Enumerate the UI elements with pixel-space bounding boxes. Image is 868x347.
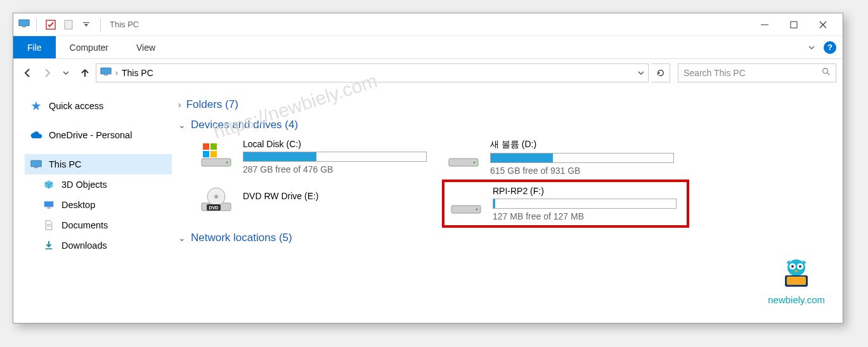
drive-icon xyxy=(448,186,484,218)
download-icon xyxy=(42,239,55,252)
tab-computer[interactable]: Computer xyxy=(56,36,122,58)
drive-free-text: 287 GB free of 476 GB xyxy=(243,164,438,174)
window-title: This PC xyxy=(110,20,139,29)
brand-logo: newbiely.com xyxy=(768,256,825,305)
chevron-down-icon: ⌄ xyxy=(178,120,186,130)
svg-rect-20 xyxy=(211,143,217,150)
capacity-bar xyxy=(490,153,674,163)
forward-button[interactable] xyxy=(39,65,55,81)
search-icon xyxy=(822,67,831,79)
sidebar-documents[interactable]: Documents xyxy=(25,215,172,235)
svg-rect-12 xyxy=(44,201,53,207)
sidebar-onedrive[interactable]: OneDrive - Personal xyxy=(25,125,172,145)
refresh-button[interactable] xyxy=(651,63,670,82)
brand-text: newbiely.com xyxy=(768,294,825,305)
svg-rect-10 xyxy=(31,160,42,167)
search-box[interactable] xyxy=(678,63,836,82)
title-bar: This PC xyxy=(13,13,843,36)
monitor-icon xyxy=(30,158,42,171)
svg-rect-3 xyxy=(65,20,72,29)
up-button[interactable] xyxy=(77,65,93,81)
svg-rect-7 xyxy=(101,68,112,74)
svg-rect-13 xyxy=(48,207,51,209)
capacity-bar xyxy=(493,199,677,209)
qat-dropdown-button[interactable] xyxy=(79,17,94,32)
drive-name: DVD RW Drive (E:) xyxy=(243,191,438,201)
this-pc-icon xyxy=(100,67,112,79)
star-icon xyxy=(30,100,42,112)
document-icon xyxy=(42,219,55,232)
svg-point-35 xyxy=(791,265,794,268)
group-label: Devices and drives (4) xyxy=(191,119,298,131)
drive-e[interactable]: DVD DVD RW Drive (E:) xyxy=(195,180,442,228)
tab-view[interactable]: View xyxy=(122,36,169,58)
svg-rect-14 xyxy=(47,224,51,225)
desktop-icon xyxy=(42,199,55,211)
address-dropdown-button[interactable] xyxy=(638,67,644,79)
svg-rect-16 xyxy=(46,248,53,249)
svg-point-18 xyxy=(226,162,228,164)
sidebar-desktop[interactable]: Desktop xyxy=(25,195,172,215)
address-bar[interactable]: › This PC xyxy=(96,63,649,82)
close-button[interactable] xyxy=(808,15,838,35)
svg-rect-19 xyxy=(203,143,209,150)
svg-rect-1 xyxy=(22,26,26,27)
drive-c[interactable]: Local Disk (C:) 287 GB free of 476 GB xyxy=(195,135,442,180)
app-icon xyxy=(18,19,30,30)
drive-icon xyxy=(198,139,234,171)
sidebar-downloads[interactable]: Downloads xyxy=(25,235,172,256)
maximize-button[interactable] xyxy=(779,15,808,35)
sidebar-item-label: 3D Objects xyxy=(62,180,107,190)
svg-point-36 xyxy=(799,265,801,268)
help-button[interactable]: ? xyxy=(824,41,836,54)
svg-rect-11 xyxy=(34,167,38,169)
svg-rect-5 xyxy=(761,24,768,25)
svg-rect-21 xyxy=(203,151,209,157)
recent-locations-button[interactable] xyxy=(58,65,74,81)
drive-name: RPI-RP2 (F:) xyxy=(493,186,683,196)
file-explorer-window: This PC File Computer View ? xyxy=(13,13,843,324)
dvd-drive-icon: DVD xyxy=(198,183,234,215)
properties-qat-button[interactable] xyxy=(43,17,58,32)
sidebar-item-label: Downloads xyxy=(62,240,107,251)
svg-rect-6 xyxy=(791,22,797,28)
drive-name: 새 볼륨 (D:) xyxy=(490,139,685,150)
svg-point-24 xyxy=(474,162,476,164)
drive-icon xyxy=(446,139,481,171)
drive-name: Local Disk (C:) xyxy=(243,139,438,149)
sidebar-quick-access[interactable]: Quick access xyxy=(25,96,172,116)
svg-rect-38 xyxy=(787,277,806,285)
sidebar-item-label: Documents xyxy=(62,220,108,230)
group-folders[interactable]: › Folders (7) xyxy=(178,95,836,115)
sidebar-item-label: Desktop xyxy=(62,200,95,210)
svg-point-9 xyxy=(823,69,828,74)
svg-rect-8 xyxy=(104,75,108,76)
svg-rect-15 xyxy=(47,226,51,226)
search-input[interactable] xyxy=(683,68,822,78)
svg-rect-4 xyxy=(83,22,89,23)
breadcrumb-current[interactable]: This PC xyxy=(122,68,153,78)
sidebar-item-label: OneDrive - Personal xyxy=(49,130,132,140)
capacity-bar xyxy=(243,152,427,162)
drive-d[interactable]: 새 볼륨 (D:) 615 GB free of 931 GB xyxy=(442,135,689,180)
sidebar-item-label: Quick access xyxy=(49,101,103,111)
group-network[interactable]: ⌄ Network locations (5) xyxy=(178,228,836,248)
back-button[interactable] xyxy=(20,65,36,81)
minimize-button[interactable] xyxy=(750,15,779,35)
sidebar-3d-objects[interactable]: 3D Objects xyxy=(25,174,172,195)
group-label: Folders (7) xyxy=(186,98,238,111)
chevron-right-icon: › xyxy=(115,69,118,77)
chevron-right-icon: › xyxy=(178,100,181,110)
navigation-pane: Quick access OneDrive - Personal This PC xyxy=(13,87,172,323)
svg-text:DVD: DVD xyxy=(209,206,219,210)
svg-point-31 xyxy=(476,209,478,211)
new-folder-qat-button[interactable] xyxy=(61,17,76,32)
ribbon-collapse-button[interactable] xyxy=(802,36,821,58)
cube-icon xyxy=(42,178,55,191)
drive-f-highlighted[interactable]: RPI-RP2 (F:) 127 MB free of 127 MB xyxy=(442,180,689,228)
group-devices[interactable]: ⌄ Devices and drives (4) xyxy=(178,115,836,135)
svg-point-27 xyxy=(214,195,218,199)
svg-rect-22 xyxy=(211,151,217,157)
sidebar-this-pc[interactable]: This PC xyxy=(25,154,172,174)
tab-file[interactable]: File xyxy=(13,36,56,58)
